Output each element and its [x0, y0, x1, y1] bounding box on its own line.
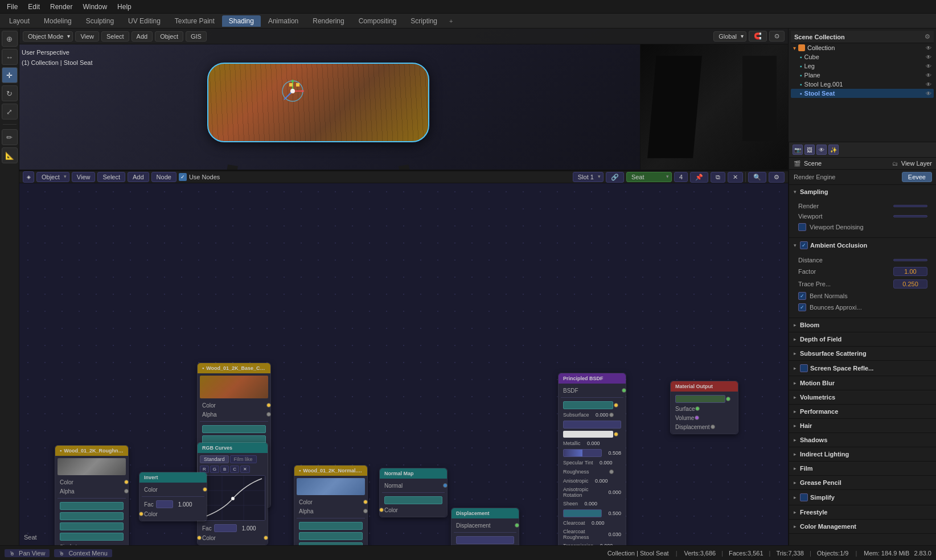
add-workspace-button[interactable]: + [445, 16, 457, 26]
normal-map-color-socket[interactable] [379, 508, 384, 512]
node-normal-map[interactable]: Normal Map Normal Color [379, 468, 448, 517]
outliner-plane[interactable]: ▪ Plane 👁 [791, 71, 934, 80]
normal-tex-alpha-socket[interactable] [363, 509, 368, 513]
viewport-view-btn[interactable]: View [75, 31, 99, 42]
section-freestyle-header[interactable]: ▸ Freestyle [789, 505, 936, 519]
ne-select-btn[interactable]: Select [97, 172, 125, 182]
material-dropdown[interactable]: Seat ▾ [626, 172, 672, 182]
ao-enabled-checkbox[interactable] [800, 241, 808, 249]
node-invert[interactable]: Invert Color Fac 1.000 Color [139, 472, 207, 521]
render-particles-icon[interactable]: ✨ [828, 145, 839, 155]
render-output-icon[interactable]: 🖼 [804, 145, 815, 155]
section-ssr-header[interactable]: ▸ Screen Space Refle... [789, 361, 936, 376]
copy-btn[interactable]: ⧉ [711, 172, 725, 183]
tab-scripting[interactable]: Scripting [404, 15, 444, 27]
use-nodes-toggle[interactable]: ✓ Use Nodes [179, 173, 220, 181]
global-orientation-dropdown[interactable]: Global [713, 31, 746, 42]
cube-visibility[interactable]: 👁 [926, 54, 931, 60]
base-color-color-socket[interactable] [266, 403, 271, 407]
tab-animation[interactable]: Animation [261, 15, 305, 27]
node-canvas[interactable]: ▪ Wood_01_2K_Base_Color.png Color Alpha [19, 183, 788, 545]
object-mode-dropdown[interactable]: Object Mode [23, 31, 73, 42]
section-film-header[interactable]: ▸ Film [789, 462, 936, 475]
section-performance-header[interactable]: ▸ Performance [789, 405, 936, 418]
menu-help[interactable]: Help [113, 2, 136, 12]
render-camera-icon[interactable]: 📷 [793, 145, 803, 155]
viewport-add-btn[interactable]: Add [132, 31, 153, 42]
ne-add-btn[interactable]: Add [128, 172, 149, 182]
section-hair-header[interactable]: ▸ Hair [789, 419, 936, 433]
normal-tex-color-socket[interactable] [363, 500, 368, 504]
tab-layout[interactable]: Layout [2, 15, 36, 27]
section-bloom-header[interactable]: ▸ Bloom [789, 318, 936, 332]
leg-visibility[interactable]: 👁 [926, 63, 931, 69]
tab-sculpting[interactable]: Sculpting [79, 15, 121, 27]
stool-seat-visibility[interactable]: 👁 [926, 90, 931, 97]
invert-color-in-socket[interactable] [139, 512, 143, 516]
node-mode-dropdown[interactable]: Object ▾ [36, 172, 69, 182]
pan-view-status[interactable]: 🖱 Pan View [5, 549, 50, 557]
scale-tool[interactable]: ⤢ [2, 104, 18, 120]
section-color-management-header[interactable]: ▸ Color Management [789, 520, 936, 533]
ao-distance-value[interactable] [893, 259, 927, 261]
outliner-leg[interactable]: ▪ Leg 👁 [791, 61, 934, 71]
menu-render[interactable]: Render [46, 2, 77, 12]
outliner-stool-seat[interactable]: ▪ Stool Seat 👁 [791, 89, 934, 98]
annotate-tool[interactable]: ✏ [2, 129, 18, 145]
render-view-icon[interactable]: 👁 [816, 145, 827, 155]
tab-texture-paint[interactable]: Texture Paint [168, 15, 221, 27]
pin-btn[interactable]: 📌 [690, 172, 708, 183]
bent-normals-checkbox[interactable] [798, 292, 806, 300]
tab-modeling[interactable]: Modeling [37, 15, 79, 27]
tab-rendering[interactable]: Rendering [306, 15, 351, 27]
section-simplify-header[interactable]: ▸ Simplify [789, 490, 936, 505]
roughness-alpha-socket[interactable] [124, 489, 129, 493]
normal-map-normal-socket[interactable] [443, 483, 448, 488]
measure-tool[interactable]: 📐 [2, 147, 18, 163]
transform-gizmo[interactable] [276, 74, 310, 108]
transform-tool[interactable]: ✛ [2, 67, 18, 83]
section-dof-header[interactable]: ▸ Depth of Field [789, 332, 936, 346]
tab-compositing[interactable]: Compositing [352, 15, 404, 27]
ao-factor-value[interactable]: 1.00 [893, 267, 927, 276]
base-color-alpha-socket[interactable] [266, 412, 271, 417]
node-normal-texture[interactable]: ▪ Wood_01_2K_Normal.png Color Alpha [294, 465, 368, 545]
menu-edit[interactable]: Edit [23, 2, 44, 12]
tab-shading[interactable]: Shading [222, 15, 261, 27]
rgb-curves-color-out-socket[interactable] [264, 536, 268, 540]
rgb-curves-color-in-socket[interactable] [197, 536, 202, 540]
section-sss-header[interactable]: ▸ Subsurface Scattering [789, 347, 936, 360]
section-indirect-lighting-header[interactable]: ▸ Indirect Lighting [789, 447, 936, 461]
tab-uv-editing[interactable]: UV Editing [121, 15, 167, 27]
section-sampling-header[interactable]: ▾ Sampling [789, 185, 936, 199]
plane-visibility[interactable]: 👁 [926, 72, 931, 79]
stool-leg-visibility[interactable]: 👁 [926, 81, 931, 88]
rotate-tool[interactable]: ↻ [2, 85, 18, 101]
simplify-checkbox[interactable] [800, 493, 808, 501]
roughness-color-socket[interactable] [124, 480, 129, 484]
viewport-proportional-btn[interactable]: ⊙ [769, 31, 785, 42]
ne-view-btn[interactable]: View [72, 172, 96, 182]
collection-visibility[interactable]: 👁 [926, 45, 931, 51]
ssr-checkbox[interactable] [800, 364, 808, 372]
render-samples-value[interactable] [893, 205, 927, 207]
node-displacement[interactable]: Displacement Displacement Height [451, 508, 519, 545]
node-rgb-curves[interactable]: RGB Curves Standard Film like R G B C ✕ [197, 442, 268, 545]
cursor-tool[interactable]: ⊕ [2, 31, 18, 47]
outliner-cube[interactable]: ▪ Cube 👁 [791, 52, 934, 61]
viewport-snap-btn[interactable]: 🧲 [749, 31, 767, 42]
context-menu-status[interactable]: 🖱 Context Menu [54, 549, 112, 557]
node-editor-settings[interactable]: ⚙ [769, 172, 785, 183]
ne-node-btn[interactable]: Node [151, 172, 176, 182]
bounces-approx-checkbox[interactable] [798, 303, 806, 311]
bsdf-out-socket[interactable] [622, 388, 626, 393]
viewport-select-btn[interactable]: Select [101, 31, 129, 42]
section-ao-header[interactable]: ▾ Ambient Occlusion [789, 238, 936, 253]
section-volumetrics-header[interactable]: ▸ Volumetrics [789, 390, 936, 404]
node-principled-bsdf[interactable]: Principled BSDF BSDF Subsurface 0.000 [558, 373, 626, 545]
close-btn[interactable]: ✕ [728, 172, 743, 183]
menu-file[interactable]: File [2, 2, 22, 12]
node-roughness[interactable]: ▪ Wood_01_2K_Roughness.png Color Alpha [55, 445, 129, 545]
viewport-samples-value[interactable] [893, 215, 927, 217]
section-shadows-header[interactable]: ▸ Shadows [789, 433, 936, 447]
